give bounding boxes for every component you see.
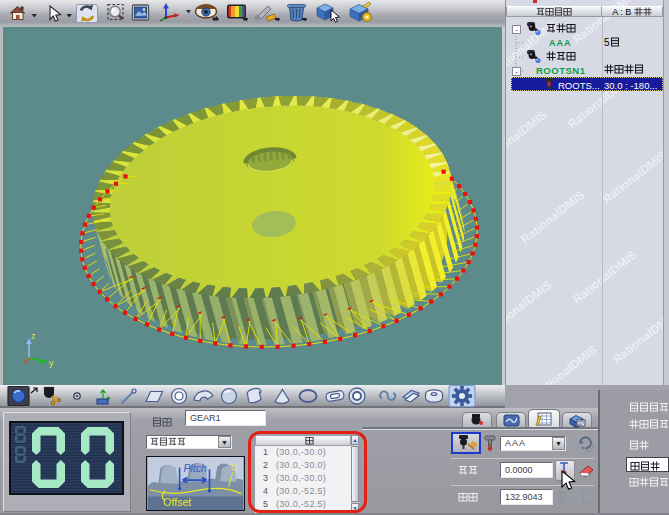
svg-text:D: D xyxy=(231,462,237,472)
svg-text:Offset: Offset xyxy=(163,496,191,508)
svg-text:z: z xyxy=(31,331,36,341)
svg-text:Pitch: Pitch xyxy=(183,462,207,474)
svg-text:y: y xyxy=(49,358,54,368)
